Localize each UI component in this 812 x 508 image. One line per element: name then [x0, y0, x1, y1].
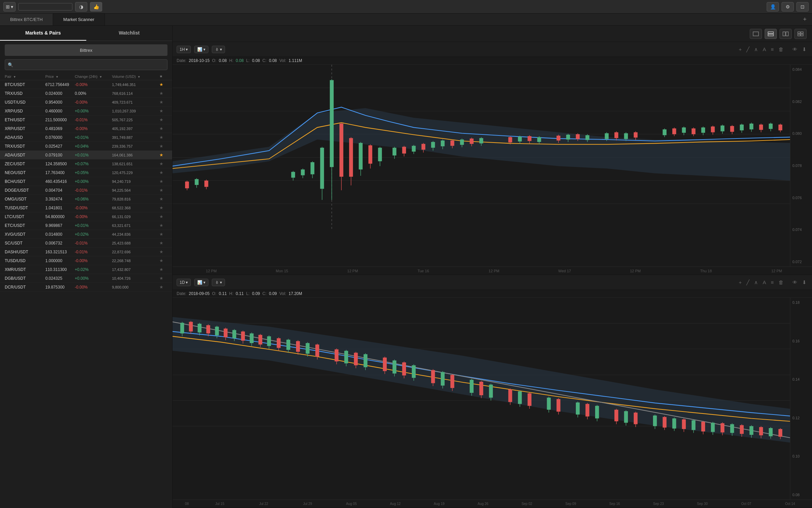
pair-row[interactable]: USDT/USD 0.954000 -0.00% 409,723.671 ★ [0, 98, 172, 107]
tab-market-scanner[interactable]: Market Scanner [53, 14, 105, 25]
pair-star[interactable]: ★ [159, 170, 167, 175]
pair-star[interactable]: ★ [159, 223, 167, 228]
theme-toggle-btn[interactable]: ◑ [75, 2, 87, 12]
tab-markets-pairs[interactable]: Markets & Pairs [0, 26, 86, 41]
pair-star[interactable]: ★ [159, 100, 167, 105]
pair-star[interactable]: ★ [159, 232, 167, 237]
pair-star[interactable]: ★ [159, 267, 167, 272]
pair-star[interactable]: ★ [159, 144, 167, 149]
layout-split-h-btn[interactable] [765, 29, 777, 39]
pair-row[interactable]: OMG/USDT 3.392474 +0.06% 79,828.816 ★ [0, 195, 172, 204]
delete-btn-1[interactable]: 🗑 [777, 46, 785, 53]
pair-star[interactable]: ★ [159, 214, 167, 219]
pair-row[interactable]: XMR/USDT 110.311300 +0.02% 17,432.807 ★ [0, 265, 172, 274]
pair-star[interactable]: ★ [159, 284, 167, 290]
draw-menu-btn-1[interactable]: ≡ [769, 46, 775, 53]
eye-btn-1[interactable]: 👁 [791, 46, 799, 53]
pair-row[interactable]: TRX/USDT 0.025427 +0.04% 239,336.757 ★ [0, 142, 172, 151]
header-change[interactable]: Change (24h) ▼ [75, 75, 112, 79]
pair-star[interactable]: ★ [159, 179, 167, 184]
add-indicator-btn-2[interactable]: + [737, 279, 743, 286]
pair-star[interactable]: ★ [159, 152, 167, 157]
notification-btn[interactable]: 👍 [90, 2, 102, 12]
pair-search-input[interactable] [15, 62, 164, 67]
pair-star[interactable]: ★ [159, 117, 167, 122]
draw-text-btn-1[interactable]: A [761, 46, 767, 53]
pair-name: BCH/USDT [5, 179, 45, 184]
pair-row[interactable]: TRX/USD 0.024000 0.00% 768,616.114 ★ [0, 89, 172, 98]
pair-row[interactable]: DOGE/USDT 0.004704 -0.01% 94,225.564 ★ [0, 186, 172, 195]
pair-row[interactable]: XRP/USD 0.460000 +0.00% 1,010,267.339 ★ [0, 107, 172, 115]
pair-star[interactable]: ★ [159, 135, 167, 140]
user-btn[interactable]: 👤 [767, 2, 779, 12]
candle-type-btn-1[interactable]: 🕯▾ [212, 46, 225, 53]
pair-row[interactable]: ETH/USDT 211.500000 -0.01% 505,767.225 ★ [0, 115, 172, 124]
chart-controls-1: 1H ▾ 📊▾ 🕯▾ + ╱ ∧ A ≡ 🗑 👁 ⬇ [173, 42, 812, 57]
pair-row[interactable]: DASH/USDT 163.321513 -0.01% 22,872.696 ★ [0, 248, 172, 256]
pair-row[interactable]: XRP/USDT 0.481069 -0.00% 405,192.397 ★ [0, 124, 172, 133]
pair-change: -0.00% [75, 126, 112, 131]
pair-star[interactable]: ★ [159, 196, 167, 202]
eye-btn-2[interactable]: 👁 [791, 279, 799, 286]
pair-star[interactable]: ★ [159, 188, 167, 193]
screen-selector-btn[interactable]: ⊞ ▾ [3, 2, 16, 12]
download-btn-2[interactable]: ⬇ [801, 279, 808, 286]
chart-body-1[interactable]: 0.084 0.082 0.080 0.078 0.076 0.074 0.07… [173, 65, 812, 267]
pair-row[interactable]: TUSD/USDT 1.041801 -0.00% 68,522.368 ★ [0, 204, 172, 212]
layout-split-v-btn[interactable] [780, 29, 792, 39]
pair-star[interactable]: ★ [159, 258, 167, 263]
pair-row[interactable]: ADA/USDT 0.079100 +0.01% 164,061.386 ★ [0, 151, 172, 160]
pair-row[interactable]: ZEC/USDT 124.358500 +0.07% 138,621.651 ★ [0, 160, 172, 168]
pair-star[interactable]: ★ [159, 82, 167, 87]
tab-add-btn[interactable]: + [797, 14, 812, 25]
pair-star[interactable]: ★ [159, 126, 167, 131]
pair-row[interactable]: XVG/USDT 0.014800 +0.02% 44,234.836 ★ [0, 230, 172, 239]
pair-row[interactable]: DGB/USDT 0.024325 +0.00% 10,404.726 ★ [0, 274, 172, 283]
pair-star[interactable]: ★ [159, 161, 167, 166]
pair-star[interactable]: ★ [159, 91, 167, 96]
chart-type-btn-2[interactable]: 📊▾ [194, 279, 208, 286]
draw-text-btn-2[interactable]: A [761, 279, 767, 286]
chart-body-2[interactable]: 0.18 0.16 0.14 0.12 0.10 0.08 [173, 298, 812, 500]
pair-star[interactable]: ★ [159, 240, 167, 246]
pair-row[interactable]: ETC/USDT 9.969867 +0.01% 63,321.671 ★ [0, 221, 172, 230]
header-price[interactable]: Price ▼ [45, 75, 75, 79]
draw-ray-btn-2[interactable]: ∧ [753, 279, 759, 286]
svg-rect-85 [624, 133, 628, 139]
timeframe-btn-1[interactable]: 1H ▾ [177, 46, 191, 53]
draw-line-btn-2[interactable]: ╱ [745, 279, 751, 286]
header-pair[interactable]: Pair ▼ [5, 75, 45, 79]
pair-star[interactable]: ★ [159, 205, 167, 210]
tab-bittrex-btceth[interactable]: Bittrex BTC/ETH [0, 14, 53, 25]
pair-row[interactable]: BTC/USDT 6712.756449 -0.00% 1,749,446.35… [0, 80, 172, 89]
tab-watchlist[interactable]: Watchlist [86, 26, 173, 41]
exchange-selector[interactable]: Bittrex [5, 44, 167, 56]
timeframe-btn-2[interactable]: 1D ▾ [177, 279, 191, 286]
draw-line-btn-1[interactable]: ╱ [745, 46, 751, 53]
pair-star[interactable]: ★ [159, 276, 167, 281]
pair-star[interactable]: ★ [159, 108, 167, 113]
download-btn-1[interactable]: ⬇ [801, 46, 808, 53]
pair-price: 19.875300 [45, 285, 75, 290]
draw-menu-btn-2[interactable]: ≡ [769, 279, 775, 286]
draw-ray-btn-1[interactable]: ∧ [753, 46, 759, 53]
pair-row[interactable]: DCR/USDT 19.875300 -0.00% 9,800.000 ★ [0, 283, 172, 292]
chart-type-btn-1[interactable]: 📊▾ [194, 46, 208, 53]
pair-row[interactable]: TUSD/USD 1.000000 -0.00% 22,268.748 ★ [0, 256, 172, 265]
settings-btn[interactable]: ⚙ [782, 2, 794, 12]
pair-row[interactable]: LTC/USDT 54.800000 -0.00% 66,131.029 ★ [0, 212, 172, 221]
layout-single-btn[interactable] [750, 29, 762, 39]
pair-row[interactable]: BCH/USDT 460.435416 +0.00% 94,240.719 ★ [0, 177, 172, 186]
layout-btn-top[interactable]: ⊡ [796, 2, 809, 12]
delete-btn-2[interactable]: 🗑 [777, 279, 785, 286]
pair-row[interactable]: SC/USDT 0.006732 -0.01% 25,423.688 ★ [0, 239, 172, 248]
candle-type-btn-2[interactable]: 🕯▾ [212, 279, 225, 286]
pair-star[interactable]: ★ [159, 249, 167, 254]
layout-quad-btn[interactable] [794, 29, 807, 39]
pair-row[interactable]: NEO/USDT 17.763400 +0.05% 120,475.229 ★ [0, 168, 172, 177]
pair-volume: 79,828.816 [112, 197, 159, 201]
header-volume[interactable]: Volume (USD) ▼ [112, 75, 159, 79]
add-indicator-btn-1[interactable]: + [737, 46, 743, 53]
pair-row[interactable]: ADA/USD 0.076000 +0.01% 391,749.887 ★ [0, 133, 172, 142]
search-input-top[interactable] [18, 3, 72, 10]
